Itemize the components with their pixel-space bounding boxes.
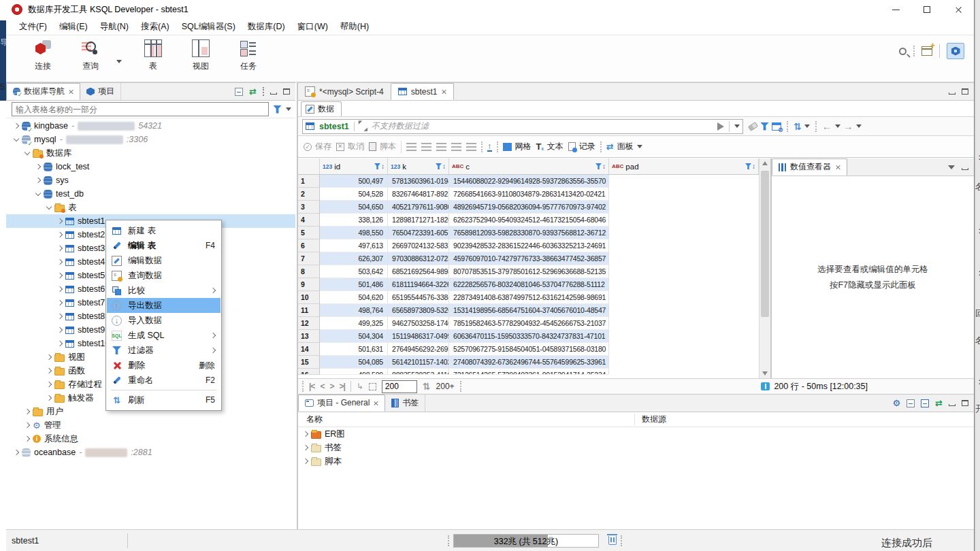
expand-filter-icon[interactable] (359, 122, 367, 130)
data-cell[interactable]: 503,642 (320, 265, 388, 278)
subtab-data[interactable]: 数据 (301, 101, 342, 116)
context-menu-item-新建 表[interactable]: 新建 表 (107, 223, 220, 238)
data-cell[interactable]: 504,528 (320, 188, 388, 201)
menu-item[interactable]: 数据库(D) (242, 19, 291, 35)
data-cell[interactable]: 83267464817-89210662828-59156456788-0305… (388, 188, 449, 201)
view-menu-icon[interactable] (263, 87, 264, 96)
settings-gear-icon[interactable]: ⚙ (892, 399, 900, 407)
row-number-cell[interactable]: 11 (298, 304, 320, 317)
chevron-right-icon[interactable] (57, 286, 63, 292)
row-edit-icon[interactable] (406, 143, 416, 151)
tab-value-viewer[interactable]: 数值查看器 (772, 158, 847, 176)
memory-gauge[interactable]: 332兆 (共 512兆) (453, 534, 599, 548)
row-number-cell[interactable]: 2 (298, 188, 320, 201)
chevron-down-icon[interactable] (35, 190, 41, 195)
data-cell[interactable]: 97030886312-07232588278-68135000113-7492… (388, 252, 449, 265)
column-filter-icon[interactable] (595, 163, 602, 169)
tree-item-mysql[interactable]: mysql - :3306 (6, 133, 295, 146)
menu-item[interactable]: 文件(F) (13, 19, 53, 35)
panel-button[interactable]: ⇄面板 (606, 141, 642, 152)
context-menu-item-导出数据[interactable]: ↑导出数据 (107, 298, 220, 313)
tab-close-icon[interactable] (835, 165, 840, 170)
data-cell[interactable]: 68521692564-98986202558-20700202241-7545… (388, 265, 449, 278)
data-cell[interactable]: 626,307 (320, 252, 388, 265)
fetch-more-label[interactable]: 200+ (436, 382, 455, 391)
data-cell[interactable]: 22873491408-63874997512-63162142598-9869… (449, 291, 609, 304)
row-number-cell[interactable]: 12 (298, 317, 320, 330)
tree-item-oceanbase[interactable]: oceanbase - :2881 (6, 446, 295, 459)
filter-input-box[interactable]: sbtest1 不支持数据过滤 (302, 119, 743, 134)
tab-database-navigator[interactable]: 数据库导航 (6, 83, 80, 100)
tab-close-icon[interactable] (68, 89, 74, 95)
toolbar-button-表[interactable]: 表 (131, 39, 175, 72)
data-cell[interactable]: 501,486 (320, 278, 388, 291)
script-button[interactable]: 脚本 (369, 141, 396, 152)
row-number-cell[interactable]: 9 (298, 278, 320, 291)
context-menu-item-生成 SQL[interactable]: SQL生成 SQL (107, 328, 220, 343)
fetch-size-input[interactable] (382, 380, 417, 393)
maximize-panel-icon[interactable] (283, 88, 290, 95)
project-item-脚本[interactable]: 脚本 (298, 454, 974, 468)
row-number-cell[interactable]: 5 (298, 227, 320, 239)
minimize-viewer-icon[interactable] (962, 168, 968, 170)
tab-close-icon[interactable] (441, 89, 446, 95)
row-delete-icon[interactable] (466, 143, 476, 151)
data-cell[interactable]: 62623752940-95409324512-46173215054-6804… (449, 214, 609, 227)
scroll-down-icon[interactable] (762, 371, 768, 375)
tree-item-表[interactable]: 表 (6, 201, 295, 214)
minimize-panel-icon[interactable] (270, 93, 277, 95)
filters-icon[interactable] (760, 122, 769, 131)
chevron-right-icon[interactable] (46, 395, 52, 401)
tab-close-icon[interactable] (373, 401, 378, 406)
tree-item-test_db[interactable]: test_db (6, 187, 295, 201)
chevron-down-icon[interactable] (24, 149, 30, 154)
chevron-right-icon[interactable] (46, 354, 52, 360)
tab-projects[interactable]: 项目 (80, 83, 121, 100)
grid-settings-icon[interactable] (772, 122, 781, 131)
column-header-pad[interactable]: ABCpad↕ (609, 158, 759, 174)
chevron-right-icon[interactable] (57, 246, 63, 251)
filter-funnel-icon[interactable] (273, 105, 282, 114)
column-sort-icon[interactable]: ↕ (381, 163, 385, 170)
row-number-cell[interactable]: 13 (298, 330, 320, 343)
forward-arrow-icon[interactable]: → (843, 121, 853, 131)
data-cell[interactable]: 499,325 (320, 317, 388, 330)
chevron-right-icon[interactable] (57, 259, 63, 265)
data-cell[interactable]: 15446088022-92949614928-59372863556-3557… (449, 175, 609, 188)
view-menu-icon[interactable] (948, 165, 955, 169)
data-cell[interactable]: 76589812093-59828330870-93937568812-3671… (449, 227, 609, 239)
menu-item[interactable]: 帮助(H) (334, 19, 375, 35)
menu-item[interactable]: 窗口(W) (291, 19, 334, 35)
first-page-icon[interactable]: |< (309, 382, 314, 391)
data-cell[interactable]: 12898171271-18207490374-55954789083-3219… (388, 214, 449, 227)
context-menu-item-查询数据[interactable]: 查询数据 (107, 268, 220, 283)
chevron-right-icon[interactable] (24, 436, 30, 441)
column-header-id[interactable]: 123id↕ (320, 158, 388, 174)
chevron-right-icon[interactable] (57, 341, 63, 346)
data-cell[interactable]: 27408074392-67362496744-55764599625-3396… (449, 356, 609, 369)
data-cell[interactable]: 498,509 (320, 369, 388, 375)
data-cell[interactable]: 88835528253-41192649212-58226157244-5269… (388, 369, 449, 375)
column-sort-icon[interactable]: ↕ (752, 163, 755, 170)
data-cell[interactable]: 498,764 (320, 304, 388, 317)
tab-sbtest1[interactable]: sbtest1 (391, 83, 455, 100)
chevron-right-icon[interactable] (14, 450, 19, 455)
data-cell[interactable]: 15119486317-04996222235-35241161569-8335… (388, 330, 449, 343)
project-item-ER图[interactable]: ER图 (298, 427, 974, 441)
column-filter-icon[interactable] (436, 163, 442, 169)
data-cell[interactable]: 15314198956-68564751604-37405676010-4854… (449, 304, 609, 317)
context-menu-item-导入数据[interactable]: ↓导入数据 (107, 313, 220, 328)
row-number-cell[interactable]: 1 (298, 175, 320, 188)
row-add-icon[interactable] (421, 143, 431, 151)
chevron-down-icon[interactable] (14, 135, 19, 141)
data-cell[interactable]: 504,650 (320, 201, 388, 214)
row-number-cell[interactable]: 4 (298, 214, 320, 227)
chevron-right-icon[interactable] (35, 178, 41, 183)
context-menu-item-删除[interactable]: 删除删除 (107, 358, 220, 373)
chevron-right-icon[interactable] (57, 314, 63, 319)
execute-dropdown-caret[interactable] (734, 124, 740, 128)
data-cell[interactable]: 90239428532-28361522446-60363325213-2469… (449, 239, 609, 252)
chevron-right-icon[interactable] (57, 273, 63, 278)
link-with-editor-icon[interactable]: ⇄ (249, 87, 257, 96)
table-filter-input[interactable] (12, 102, 269, 116)
